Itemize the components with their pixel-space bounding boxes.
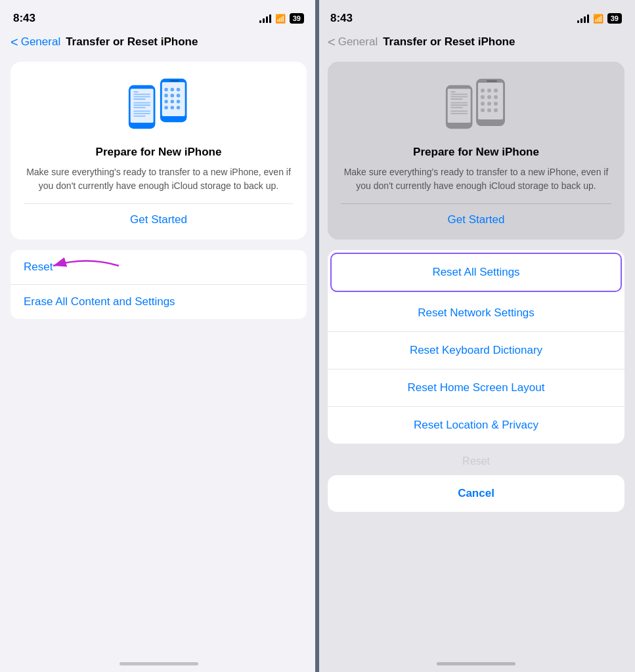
right-reset-location-item[interactable]: Reset Location & Privacy xyxy=(328,407,624,444)
left-panel: 8:43 📶 39 < General Transfer or Reset iP… xyxy=(0,0,317,672)
right-reset-network-item[interactable]: Reset Network Settings xyxy=(328,295,624,332)
panel-divider xyxy=(315,0,319,672)
right-signal-icon xyxy=(577,14,589,23)
svg-rect-32 xyxy=(450,96,468,97)
left-card-title: Prepare for New iPhone xyxy=(96,146,222,159)
svg-rect-35 xyxy=(450,104,468,106)
svg-point-25 xyxy=(170,106,174,110)
right-faded-reset: Reset xyxy=(317,449,635,470)
right-status-bar: 8:43 📶 39 xyxy=(317,0,635,33)
svg-rect-13 xyxy=(162,82,185,116)
left-prepare-card: Prepare for New iPhone Make sure everyth… xyxy=(11,62,307,240)
svg-rect-40 xyxy=(478,83,503,119)
right-action-sheet: Reset All Settings Reset Network Setting… xyxy=(328,250,624,444)
svg-rect-10 xyxy=(133,113,150,114)
left-time: 8:43 xyxy=(13,12,35,25)
svg-point-45 xyxy=(481,95,485,99)
right-card-desc: Make sure everything's ready to transfer… xyxy=(341,165,611,193)
svg-point-21 xyxy=(164,100,168,104)
svg-rect-7 xyxy=(133,104,150,106)
svg-point-48 xyxy=(481,102,485,106)
left-signal-icon xyxy=(259,14,271,23)
svg-rect-5 xyxy=(133,98,145,100)
svg-point-24 xyxy=(164,106,168,110)
svg-rect-33 xyxy=(450,98,462,100)
left-reset-item[interactable]: Reset xyxy=(11,250,307,285)
svg-point-52 xyxy=(487,108,491,112)
right-cancel-button[interactable]: Cancel xyxy=(328,475,624,512)
left-phone-front-icon xyxy=(158,77,192,123)
svg-rect-14 xyxy=(169,80,179,82)
svg-rect-11 xyxy=(133,116,145,117)
left-card-desc: Make sure everything's ready to transfer… xyxy=(24,165,294,193)
left-wifi-icon: 📶 xyxy=(275,14,286,24)
left-page-title: Transfer or Reset iPhone xyxy=(66,35,198,49)
svg-rect-4 xyxy=(133,96,150,97)
svg-rect-2 xyxy=(133,91,138,93)
left-back-label: General xyxy=(21,35,60,49)
svg-rect-41 xyxy=(487,80,497,82)
svg-rect-34 xyxy=(450,102,468,104)
right-reset-keyboard-label: Reset Keyboard Dictionary xyxy=(410,344,542,356)
svg-point-49 xyxy=(487,102,491,106)
left-home-indicator xyxy=(120,662,198,665)
svg-point-47 xyxy=(494,95,498,99)
svg-rect-30 xyxy=(450,91,455,93)
right-page-title: Transfer or Reset iPhone xyxy=(383,35,515,49)
svg-rect-36 xyxy=(450,107,462,108)
right-card-title: Prepare for New iPhone xyxy=(413,146,539,159)
right-back-label: General xyxy=(338,35,378,49)
left-battery: 39 xyxy=(290,13,304,24)
svg-point-17 xyxy=(176,88,180,92)
left-nav-header: < General Transfer or Reset iPhone xyxy=(0,33,317,56)
right-time: 8:43 xyxy=(330,12,353,25)
svg-rect-9 xyxy=(133,111,150,112)
svg-point-19 xyxy=(170,94,174,98)
left-back-button[interactable]: < General xyxy=(11,35,60,49)
right-phone-front-icon xyxy=(475,77,509,127)
right-reset-keyboard-item[interactable]: Reset Keyboard Dictionary xyxy=(328,332,624,369)
right-prepare-card: Prepare for New iPhone Make sure everyth… xyxy=(328,62,624,240)
left-back-chevron-icon: < xyxy=(11,35,18,49)
right-reset-location-label: Reset Location & Privacy xyxy=(414,419,538,431)
right-nav-header: < General Transfer or Reset iPhone xyxy=(317,33,635,56)
left-erase-item[interactable]: Erase All Content and Settings xyxy=(11,285,307,319)
right-home-indicator xyxy=(437,662,515,665)
right-card-icon-area xyxy=(443,77,509,136)
right-wifi-icon: 📶 xyxy=(593,14,603,24)
left-card-icon-area xyxy=(126,77,192,136)
svg-point-51 xyxy=(481,108,485,112)
svg-point-23 xyxy=(176,100,180,104)
right-reset-all-settings-item[interactable]: Reset All Settings xyxy=(330,253,622,292)
right-back-button[interactable]: < General xyxy=(328,35,378,49)
svg-point-50 xyxy=(494,102,498,106)
svg-point-42 xyxy=(481,89,485,93)
right-back-chevron-icon: < xyxy=(328,35,336,49)
left-get-started-button[interactable]: Get Started xyxy=(130,213,187,226)
svg-point-43 xyxy=(487,89,491,93)
arrow-annotation-icon xyxy=(47,253,125,279)
svg-point-16 xyxy=(170,88,174,92)
svg-rect-31 xyxy=(450,94,468,95)
left-list-section: Reset Erase All Content and Settings xyxy=(11,250,307,319)
left-status-bar: 8:43 📶 39 xyxy=(0,0,317,33)
right-reset-all-settings-label: Reset All Settings xyxy=(432,266,519,278)
right-phone-back-icon xyxy=(443,84,477,130)
svg-point-26 xyxy=(176,106,180,110)
svg-point-53 xyxy=(494,108,498,112)
right-get-started-button[interactable]: Get Started xyxy=(448,213,505,226)
left-phone-back-icon xyxy=(126,84,160,130)
svg-point-22 xyxy=(170,100,174,104)
svg-point-20 xyxy=(176,94,180,98)
svg-rect-38 xyxy=(450,113,468,114)
right-reset-homescreen-label: Reset Home Screen Layout xyxy=(408,381,545,394)
left-status-icons: 📶 39 xyxy=(259,13,304,24)
svg-point-18 xyxy=(164,94,168,98)
svg-rect-3 xyxy=(133,94,150,95)
right-reset-homescreen-item[interactable]: Reset Home Screen Layout xyxy=(328,369,624,407)
svg-point-46 xyxy=(487,95,491,99)
svg-rect-37 xyxy=(450,111,468,112)
left-erase-label: Erase All Content and Settings xyxy=(24,295,175,308)
right-panel: 8:43 📶 39 < General Transfer or Reset iP… xyxy=(317,0,635,672)
svg-point-15 xyxy=(164,88,168,92)
